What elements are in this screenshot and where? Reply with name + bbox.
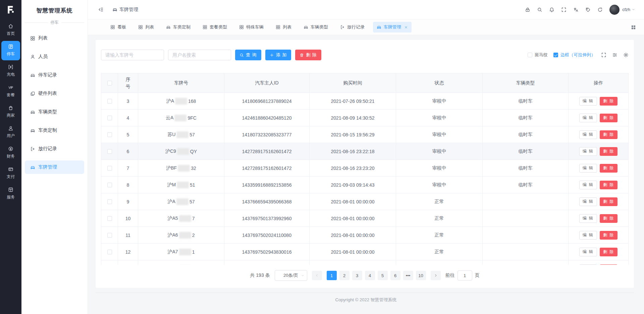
cell-time: 2021-08-16 23:23:20 — [310, 160, 396, 176]
page-button[interactable]: 2 — [339, 271, 350, 280]
row-checkbox[interactable] — [107, 250, 112, 254]
rail-item[interactable]: 充电 — [1, 61, 20, 81]
page-button[interactable]: 1 — [327, 271, 337, 280]
row-delete-button[interactable]: 删 除 — [600, 214, 618, 223]
edit-button[interactable]: 编 辑 — [579, 164, 597, 173]
rail-item[interactable]: 服务 — [1, 184, 20, 203]
row-delete-button[interactable]: 删 除 — [600, 181, 618, 189]
row-delete-button[interactable]: 删 除 — [600, 114, 618, 122]
tab[interactable]: 列表 — [135, 22, 158, 33]
edit-button[interactable]: 编 辑 — [579, 264, 597, 265]
row-delete-button[interactable]: 删 除 — [600, 197, 618, 206]
rail-item[interactable]: 停车 — [1, 41, 20, 60]
sidebar-item[interactable]: 车辆类型 — [25, 105, 84, 119]
page-button[interactable]: 5 — [378, 271, 388, 280]
row-delete-button[interactable]: 删 除 — [600, 264, 618, 265]
tab[interactable]: 车牌管理 — [373, 22, 412, 33]
lock-icon[interactable] — [522, 4, 534, 16]
refresh-icon[interactable] — [594, 4, 606, 16]
row-checkbox[interactable] — [107, 132, 112, 137]
zebra-checkbox[interactable]: 斑马纹 — [528, 52, 548, 58]
avatar[interactable] — [609, 5, 620, 15]
page-button[interactable]: 4 — [365, 271, 375, 280]
rail-item[interactable]: 套餐 — [1, 82, 20, 101]
tab[interactable]: 特殊车辆 — [235, 22, 267, 33]
tab[interactable]: 看板 — [107, 22, 130, 33]
rail-item[interactable]: 支付 — [1, 164, 20, 183]
select-all-checkbox[interactable] — [107, 81, 112, 85]
tab[interactable]: 套餐类型 — [199, 22, 231, 33]
row-checkbox[interactable] — [107, 199, 112, 204]
sidebar-item[interactable]: 人员 — [25, 50, 84, 63]
checkbox-checked[interactable] — [553, 53, 558, 57]
goto-page-input[interactable] — [458, 270, 472, 280]
row-delete-button[interactable]: 删 除 — [600, 231, 618, 240]
query-button[interactable]: 查 询 — [235, 50, 261, 60]
row-checkbox[interactable] — [107, 149, 112, 154]
sidebar-item[interactable]: 列表 — [25, 32, 84, 45]
sidebar-item[interactable]: 车牌管理 — [25, 161, 84, 174]
rail-item[interactable]: 财务 — [1, 143, 20, 163]
bell-icon[interactable] — [546, 4, 558, 16]
search-icon[interactable] — [534, 4, 546, 16]
edit-button[interactable]: 编 辑 — [579, 231, 597, 240]
edit-button[interactable]: 编 辑 — [579, 248, 597, 256]
add-button[interactable]: 添 加 — [265, 50, 291, 60]
sidebar-item[interactable]: 车类定制 — [25, 124, 84, 137]
menu-fold-icon[interactable] — [98, 7, 104, 12]
sidebar-item[interactable]: 放行记录 — [25, 142, 84, 155]
row-delete-button[interactable]: 删 除 — [600, 164, 618, 173]
row-checkbox[interactable] — [107, 216, 112, 221]
edit-button[interactable]: 编 辑 — [579, 114, 597, 122]
module-label: 停车 — [51, 20, 59, 25]
row-checkbox[interactable] — [107, 116, 112, 120]
username-search-input[interactable] — [168, 50, 231, 60]
sidebar-item[interactable]: 停车记录 — [25, 68, 84, 82]
edit-button[interactable]: 编 辑 — [579, 197, 597, 206]
page-button[interactable]: 6 — [390, 271, 400, 280]
edit-button[interactable]: 编 辑 — [579, 97, 597, 106]
close-icon[interactable] — [404, 25, 408, 29]
page-button[interactable]: 10 — [416, 271, 426, 280]
gear-icon[interactable] — [623, 52, 629, 58]
row-delete-button[interactable]: 删 除 — [600, 248, 618, 256]
sidebar-item[interactable]: 硬件列表 — [25, 87, 84, 100]
rail-item[interactable]: 用户 — [1, 123, 20, 142]
tag-icon[interactable] — [582, 4, 594, 16]
tab[interactable]: 列表 — [272, 22, 295, 33]
tab-layout-icon[interactable] — [631, 25, 636, 30]
tab[interactable]: 车类定制 — [162, 22, 194, 33]
row-checkbox[interactable] — [107, 233, 112, 238]
rail-item[interactable]: 商家 — [1, 102, 20, 122]
next-page-button[interactable] — [431, 271, 441, 280]
border-checkbox[interactable]: 边框（可拉伸列） — [553, 52, 595, 58]
edit-button[interactable]: 编 辑 — [579, 130, 597, 139]
user-menu[interactable]: cfzh — [622, 7, 635, 12]
prev-page-button[interactable] — [312, 271, 322, 280]
row-checkbox[interactable] — [107, 183, 112, 187]
rail-item[interactable]: 首页 — [1, 20, 20, 40]
row-delete-button[interactable]: 删 除 — [600, 130, 618, 139]
page-size-select[interactable]: 20条/页 — [275, 270, 307, 281]
tab[interactable]: 放行记录 — [336, 22, 368, 33]
table-row: 9 沪A 57 1437666594395066368 2021-08-01 0… — [101, 193, 628, 210]
page-button[interactable]: ••• — [403, 271, 413, 280]
tab[interactable]: 车辆类型 — [300, 22, 332, 33]
checkbox[interactable] — [528, 53, 532, 57]
row-delete-button[interactable]: 删 除 — [600, 147, 618, 156]
edit-button[interactable]: 编 辑 — [579, 181, 597, 189]
app-logo-icon[interactable] — [0, 0, 21, 19]
edit-button[interactable]: 编 辑 — [579, 147, 597, 156]
delete-button[interactable]: 删 除 — [295, 50, 321, 60]
column-settings-icon[interactable] — [612, 52, 618, 58]
cell-plate: 苏U 57 — [138, 126, 224, 143]
page-button[interactable]: 3 — [352, 271, 362, 280]
row-checkbox[interactable] — [107, 99, 112, 104]
row-delete-button[interactable]: 删 除 — [600, 97, 618, 106]
row-checkbox[interactable] — [107, 166, 112, 171]
edit-button[interactable]: 编 辑 — [579, 214, 597, 223]
fullscreen-icon[interactable] — [558, 4, 570, 16]
fullscreen-icon[interactable] — [601, 52, 606, 58]
translate-icon[interactable] — [570, 4, 582, 16]
plate-search-input[interactable] — [101, 50, 164, 60]
